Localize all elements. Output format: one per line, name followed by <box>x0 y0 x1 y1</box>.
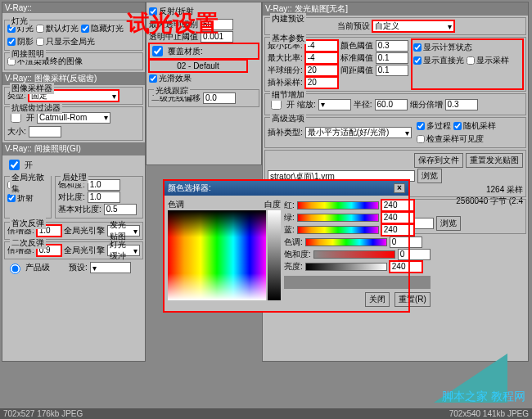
picker-reset-button[interactable]: 重置(R) <box>394 292 431 307</box>
radio-prod[interactable] <box>10 264 20 274</box>
gi-scatter-title: 全局光散集 <box>10 172 51 195</box>
chk-mp[interactable] <box>417 122 425 130</box>
g-val[interactable]: 240 <box>381 212 414 223</box>
preset-select[interactable]: 自定义 <box>372 20 454 32</box>
chk-rs[interactable] <box>453 122 462 130</box>
r-slider[interactable] <box>297 201 379 210</box>
v-slider[interactable] <box>305 263 387 271</box>
lbl: 色调 <box>168 199 184 210</box>
watermark: 脚本之家 教程网 <box>442 390 525 404</box>
lbl: 显示采样 <box>476 55 509 66</box>
scale-sel[interactable] <box>318 99 351 110</box>
second-engine[interactable]: 灯光缓冲 <box>107 245 140 256</box>
r-val[interactable]: 240 <box>381 200 414 211</box>
sample-count: 1264 采样 <box>486 185 523 194</box>
clr-thr[interactable]: 0.3 <box>376 40 408 52</box>
override-mat-button[interactable]: 02 - Default <box>149 60 247 72</box>
preset-sel[interactable] <box>90 262 131 273</box>
lbl: 大小: <box>7 126 26 137</box>
lbl: 红: <box>284 200 295 211</box>
bcon-val[interactable]: 0.5 <box>104 204 137 215</box>
g-slider[interactable] <box>297 214 379 222</box>
sub-val[interactable]: 0.3 <box>445 99 478 110</box>
min-rate[interactable]: -4 <box>305 40 338 52</box>
b-val[interactable]: 240 <box>381 224 414 236</box>
lbl: 显示计算状态 <box>423 42 472 53</box>
chk-showdirect[interactable] <box>413 56 422 65</box>
lbl: 随机采样 <box>463 120 496 132</box>
lbl: 多过程 <box>426 120 451 132</box>
chk-showcalc[interactable] <box>413 43 422 52</box>
chk-refr[interactable] <box>7 194 16 202</box>
chk-gionly[interactable] <box>36 38 44 46</box>
chk-override-mat[interactable] <box>152 46 163 56</box>
value-gradient[interactable] <box>268 210 281 300</box>
second-title: 二次反弹 <box>10 237 46 249</box>
chk-vis[interactable] <box>417 135 425 143</box>
h-val[interactable]: 0 <box>390 237 422 248</box>
rad-val[interactable]: 60.0 <box>375 99 408 110</box>
lbl: 基本对比度: <box>58 204 101 215</box>
lbl: 产品级 <box>25 262 50 273</box>
lbl: 全局光引擎 <box>64 245 105 256</box>
first-title: 首次反弹 <box>10 218 46 229</box>
max-rate[interactable]: -4 <box>305 52 338 64</box>
lbl: 蓝: <box>284 224 295 236</box>
preset-title: 内建预设 <box>270 13 306 25</box>
lbl: 半球细分: <box>268 65 303 76</box>
lbl: 间距阈值 <box>340 65 373 76</box>
lbl: 对比度: <box>58 191 85 203</box>
chk-glossy[interactable] <box>149 74 157 83</box>
lbl: 阴影 <box>17 36 34 47</box>
color-preview <box>284 276 431 289</box>
con-val[interactable]: 1.0 <box>88 191 120 203</box>
lbl: 当前预设 <box>337 20 370 32</box>
indirect-title: 间接照明 <box>10 48 46 60</box>
isamp[interactable]: 20 <box>305 77 338 88</box>
chk-shadow[interactable] <box>7 38 16 46</box>
dist-thr[interactable]: 0.1 <box>376 65 408 76</box>
color-spectrum[interactable] <box>168 210 266 300</box>
picker-titlebar[interactable]: 颜色选择器: × <box>165 181 408 196</box>
sat-val[interactable]: 1.0 <box>88 179 120 191</box>
h-slider[interactable] <box>305 238 387 246</box>
picker-title: 颜色选择器: <box>168 182 211 194</box>
save-button[interactable]: 保存到文件 <box>414 153 463 168</box>
post-title: 后处理 <box>61 172 88 183</box>
s-slider[interactable] <box>313 250 395 259</box>
s-val[interactable]: 0 <box>398 249 431 260</box>
lbl: 标准阈值 <box>340 52 373 64</box>
lbl: 覆盖材质: <box>168 46 203 57</box>
chk-hidelight[interactable] <box>81 25 89 33</box>
picker-close-button[interactable]: 关闭 <box>365 292 390 307</box>
footer: 702x527 176kb JPEG 702x540 141kb JPEG <box>0 408 532 419</box>
lbl: 隐藏灯光 <box>91 23 124 34</box>
nrm-thr[interactable]: 0.1 <box>376 52 408 64</box>
lbl: 饱和度: <box>284 249 311 260</box>
lbl: 插补采样: <box>268 77 303 88</box>
header-left: V-Ray:: <box>2 2 145 13</box>
first-engine[interactable]: 发光贴图 <box>107 225 140 237</box>
lbl: 显示直接光 <box>423 55 464 66</box>
overlay-title: 试光设置 <box>127 8 219 39</box>
chk-gi-on[interactable] <box>9 160 20 170</box>
gi-bar: V-Ray:: 间接照明(GI) <box>2 142 145 155</box>
reset-irr-button[interactable]: 重置发光贴图 <box>466 153 523 168</box>
lbl: 细分倍增 <box>410 99 443 110</box>
lbl: 插补类型: <box>268 127 303 138</box>
interp-sel[interactable]: 最小平方适配(好/光滑) <box>305 127 412 138</box>
hsub[interactable]: 20 <box>305 65 338 76</box>
lbl: 颜色阈值 <box>340 40 373 52</box>
ray-bias[interactable]: 0.0 <box>203 92 236 104</box>
ray-title: 光线跟踪 <box>154 85 190 97</box>
browse2-button[interactable]: 浏览 <box>436 216 461 231</box>
v-val[interactable]: 240 <box>390 261 422 273</box>
chk-deflight[interactable] <box>36 25 44 33</box>
chk-showsamp[interactable] <box>467 56 475 65</box>
close-icon[interactable]: × <box>394 183 405 193</box>
lbl: 检查采样可见度 <box>426 133 484 145</box>
lbl: 全局光引擎 <box>64 225 105 237</box>
browse-button[interactable]: 浏览 <box>417 169 442 183</box>
aa-size[interactable] <box>29 126 61 137</box>
b-slider[interactable] <box>297 226 379 234</box>
